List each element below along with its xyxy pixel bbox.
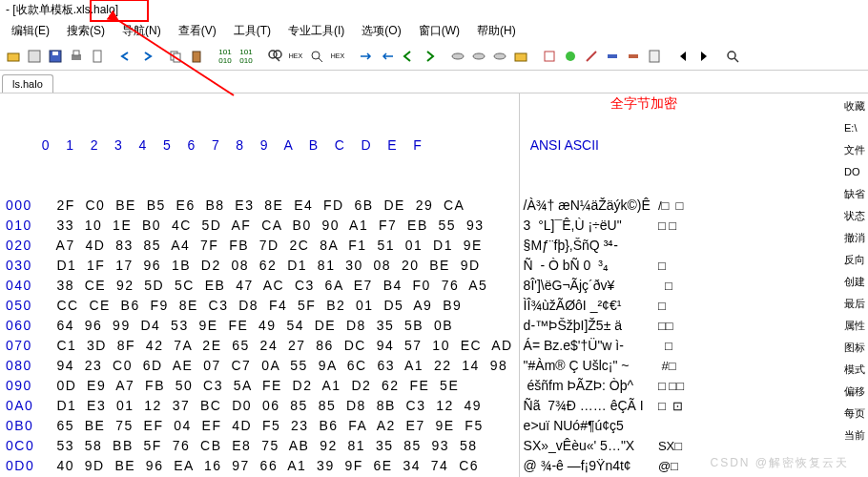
ascii-header: ANSI ASCII [524, 135, 651, 156]
save-icon[interactable] [46, 47, 65, 66]
next-icon[interactable] [694, 47, 713, 66]
panel-item[interactable]: E:\ [843, 117, 868, 139]
svg-rect-6 [93, 51, 101, 62]
svg-rect-1 [29, 51, 40, 62]
file-tab[interactable]: ls.halo [2, 74, 53, 93]
menu-window[interactable]: 窗口(W) [411, 21, 467, 42]
open-icon[interactable] [4, 47, 23, 66]
paste-icon[interactable] [187, 47, 206, 66]
menu-protools[interactable]: 专业工具(I) [280, 21, 352, 42]
findhex2-icon[interactable]: HEX [328, 47, 347, 66]
disk1-icon[interactable] [448, 47, 467, 66]
svg-point-23 [728, 52, 735, 59]
fwd-icon[interactable] [420, 47, 439, 66]
menu-options[interactable]: 选项(O) [354, 21, 408, 42]
doc-icon[interactable] [88, 47, 107, 66]
panel-item[interactable]: 状态 [843, 205, 868, 227]
disk3-icon[interactable] [490, 47, 509, 66]
svg-point-15 [473, 53, 485, 59]
svg-rect-18 [545, 52, 554, 61]
undo-icon[interactable] [116, 47, 135, 66]
panel-item[interactable]: 最后 [843, 293, 868, 315]
hex-table[interactable]: 0 1 2 3 4 5 6 7 8 9 A B C D E F 000 2F C… [0, 93, 519, 477]
svg-rect-9 [193, 52, 200, 62]
zoom-icon[interactable] [723, 47, 742, 66]
hex2-icon[interactable]: 101010 [237, 47, 256, 66]
panel-item[interactable]: 图标 [843, 337, 868, 359]
svg-rect-22 [650, 51, 659, 62]
panel-item[interactable]: 反向 [843, 249, 868, 271]
svg-line-24 [734, 58, 738, 62]
svg-point-12 [274, 51, 281, 58]
svg-rect-20 [608, 54, 617, 58]
prev-icon[interactable] [673, 47, 692, 66]
panel-item[interactable]: 创建 [843, 271, 868, 293]
back-icon[interactable] [399, 47, 418, 66]
toolbar: 101010 101010 HEX HEX [0, 42, 868, 71]
menu-help[interactable]: 帮助(H) [469, 21, 524, 42]
tool5-icon[interactable] [624, 47, 643, 66]
redo-icon[interactable] [137, 47, 156, 66]
panel-item[interactable]: 收藏 [843, 95, 868, 117]
panel-item[interactable]: 当前 [843, 425, 868, 446]
menu-nav[interactable]: 导航(N) [114, 21, 169, 42]
print-icon[interactable] [67, 47, 86, 66]
right-panel: 收藏E:\文件DO缺省状态撤消反向创建最后属性图标模式偏移每页当前 [843, 93, 868, 446]
disk2-icon[interactable] [469, 47, 488, 66]
findnext-icon[interactable] [307, 47, 326, 66]
tab-bar: ls.halo [0, 71, 868, 93]
window-title: - [收款单模板.xls.halo] [0, 0, 868, 21]
tool4-icon[interactable] [603, 47, 622, 66]
tool2-icon[interactable] [561, 47, 580, 66]
panel-item[interactable]: 偏移 [843, 381, 868, 403]
menu-tools[interactable]: 工具(T) [226, 21, 279, 42]
menu-bar: 编辑(E) 搜索(S) 导航(N) 查看(V) 工具(T) 专业工具(I) 选项… [0, 21, 868, 42]
panel-item[interactable]: 模式 [843, 359, 868, 381]
panel-item[interactable]: 文件 [843, 139, 868, 161]
panel-item[interactable]: 缺省 [843, 183, 868, 205]
watermark: CSDN @解密恢复云天 [710, 455, 849, 471]
svg-rect-0 [8, 53, 19, 61]
svg-rect-5 [73, 51, 79, 55]
hex1-icon[interactable]: 101010 [216, 47, 235, 66]
goto-right-icon[interactable] [357, 47, 376, 66]
disk-icon[interactable] [25, 47, 44, 66]
tool3-icon[interactable] [582, 47, 601, 66]
calc-icon[interactable] [645, 47, 664, 66]
svg-point-19 [566, 52, 575, 61]
panel-item[interactable]: 每页 [843, 403, 868, 425]
menu-edit[interactable]: 编辑(E) [4, 21, 57, 42]
menu-search[interactable]: 搜索(S) [59, 21, 113, 42]
svg-rect-21 [629, 54, 638, 58]
panel-item[interactable]: 属性 [843, 315, 868, 337]
findhex-icon[interactable]: HEX [286, 47, 305, 66]
copy-icon[interactable] [166, 47, 185, 66]
svg-point-14 [452, 53, 464, 59]
ascii-column[interactable]: ANSI ASCII /À¾† æN¼äŽäýk©)Ê3 °L]¯Ê,Ù ¡÷ë… [519, 93, 654, 477]
svg-rect-3 [52, 52, 58, 55]
hex-viewer: 0 1 2 3 4 5 6 7 8 9 A B C D E F 000 2F C… [0, 93, 868, 477]
extra-column: /□ □□ □ □ □□□□ □ #□□ □□□ ⊡ SX□@□ □□□□ [654, 93, 692, 477]
svg-point-16 [494, 53, 506, 59]
svg-rect-8 [174, 53, 180, 62]
find-icon[interactable] [265, 47, 284, 66]
folder2-icon[interactable] [511, 47, 530, 66]
panel-item[interactable]: 撤消 [843, 227, 868, 249]
svg-rect-17 [515, 53, 527, 61]
menu-view[interactable]: 查看(V) [171, 21, 224, 42]
panel-item[interactable]: DO [843, 161, 868, 183]
annotation-text: 全字节加密 [610, 95, 677, 113]
goto-left-icon[interactable] [378, 47, 397, 66]
svg-point-13 [312, 52, 320, 59]
tool1-icon[interactable] [540, 47, 559, 66]
